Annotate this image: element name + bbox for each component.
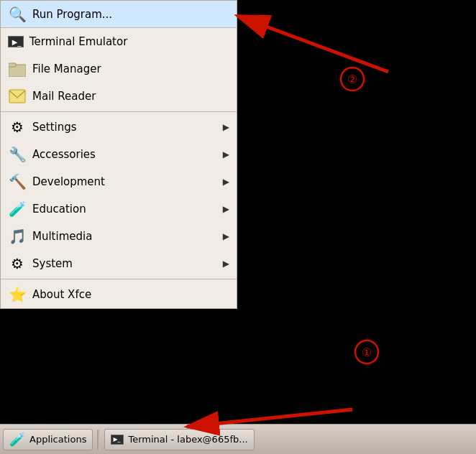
menu-item-about[interactable]: ⭐ About Xfce (1, 281, 237, 308)
applications-label: Applications (29, 434, 86, 445)
menu-separator-2 (1, 279, 237, 279)
menu-item-multimedia[interactable]: 🎵 Multimedia ▶ (1, 223, 237, 250)
svg-rect-1 (9, 63, 16, 67)
terminal-icon: ▶_ (8, 36, 24, 47)
menu-label-system: System (32, 257, 223, 270)
submenu-arrow-settings: ▶ (223, 122, 229, 132)
accessories-icon: 🔧 (8, 145, 27, 164)
menu-label-about: About Xfce (32, 288, 229, 301)
applications-button[interactable]: 🧪 Applications (3, 429, 93, 450)
menu-label-mail: Mail Reader (32, 90, 229, 103)
terminal-task-label: Terminal - labex@665fb... (128, 434, 247, 445)
menu-label-accessories: Accessories (32, 148, 223, 161)
menu-item-mail[interactable]: Mail Reader (1, 83, 237, 110)
system-icon: ⚙ (8, 254, 27, 273)
menu-item-run-program[interactable]: 🔍 Run Program... (1, 1, 237, 28)
application-menu: 🔍 Run Program... ▶_ Terminal Emulator Fi… (0, 0, 237, 309)
menu-label-terminal: Terminal Emulator (29, 35, 229, 48)
settings-icon: ⚙ (8, 118, 27, 136)
menu-item-settings[interactable]: ⚙ Settings ▶ (1, 114, 237, 141)
menu-item-development[interactable]: 🔨 Development ▶ (1, 168, 237, 195)
menu-item-file-manager[interactable]: File Manager (1, 55, 237, 83)
menu-separator-1 (1, 111, 237, 112)
menu-item-terminal[interactable]: ▶_ Terminal Emulator (1, 28, 237, 55)
menu-item-system[interactable]: ⚙ System ▶ (1, 250, 237, 277)
menu-label-development: Development (32, 175, 223, 188)
terminal-task-icon: ▶_ (111, 435, 124, 445)
menu-label-file-manager: File Manager (32, 62, 229, 75)
applications-icon: 🧪 (9, 432, 25, 447)
menu-label-education: Education (32, 203, 223, 216)
mail-icon (8, 87, 27, 106)
menu-label-run-program: Run Program... (32, 8, 229, 21)
terminal-task-button[interactable]: ▶_ Terminal - labex@665fb... (104, 429, 254, 450)
taskbar: 🧪 Applications ▶_ Terminal - labex@665fb… (0, 424, 476, 454)
submenu-arrow-development: ▶ (223, 177, 229, 187)
submenu-arrow-education: ▶ (223, 204, 229, 214)
taskbar-separator (97, 430, 100, 450)
development-icon: 🔨 (8, 172, 27, 191)
folder-icon (8, 60, 27, 78)
submenu-arrow-multimedia: ▶ (223, 231, 229, 241)
submenu-arrow-system: ▶ (223, 259, 229, 269)
menu-item-education[interactable]: 🧪 Education ▶ (1, 195, 237, 223)
multimedia-icon: 🎵 (8, 227, 27, 246)
search-icon: 🔍 (8, 5, 27, 24)
svg-rect-2 (9, 90, 25, 103)
menu-item-accessories[interactable]: 🔧 Accessories ▶ (1, 141, 237, 168)
menu-label-settings: Settings (32, 121, 223, 134)
submenu-arrow-accessories: ▶ (223, 149, 229, 159)
education-icon: 🧪 (8, 200, 27, 218)
menu-label-multimedia: Multimedia (32, 230, 223, 243)
star-icon: ⭐ (8, 285, 27, 304)
